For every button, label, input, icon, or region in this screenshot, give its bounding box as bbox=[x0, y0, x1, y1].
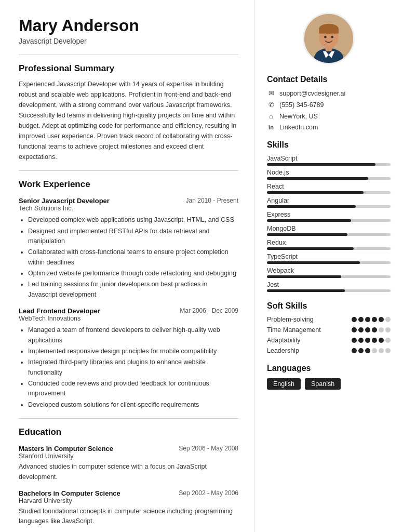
svg-point-7 bbox=[331, 36, 333, 38]
edu-2: Bachelors in Computer Science Sep 2002 -… bbox=[19, 489, 238, 527]
job-1-bullets: Developed complex web applications using… bbox=[19, 215, 238, 300]
contact-phone: ✆ (555) 345-6789 bbox=[267, 101, 391, 109]
dot bbox=[365, 348, 370, 353]
work-experience-section: Work Experience Senior Javascript Develo… bbox=[19, 179, 238, 410]
skill-redux-bar-bg bbox=[267, 247, 391, 250]
dot bbox=[385, 317, 391, 322]
dot bbox=[352, 348, 357, 353]
languages-title: Languages bbox=[267, 364, 391, 373]
skill-webpack-bar-fill bbox=[267, 275, 341, 278]
summary-section: Professional Summary Experienced Javascr… bbox=[19, 63, 238, 162]
person-job-title: Javascript Developer bbox=[19, 37, 238, 45]
skill-jest-bar-bg bbox=[267, 289, 391, 292]
skill-react: React bbox=[267, 183, 391, 194]
dot bbox=[365, 317, 370, 322]
skill-angular-bar-bg bbox=[267, 205, 391, 208]
dot bbox=[358, 348, 364, 353]
linkedin-icon: in bbox=[267, 124, 275, 130]
list-item: Developed complex web applications using… bbox=[28, 215, 238, 225]
lang-english: English bbox=[267, 378, 301, 390]
skill-express-bar-bg bbox=[267, 219, 391, 222]
soft-skill-leadership-dots bbox=[352, 348, 391, 353]
contact-location: ⌂ NewYork, US bbox=[267, 112, 391, 120]
skill-express: Express bbox=[267, 211, 391, 222]
right-column: Contact Details ✉ support@cvdesigner.ai … bbox=[254, 0, 403, 532]
dot bbox=[385, 348, 391, 353]
skill-typescript-bar-bg bbox=[267, 261, 391, 264]
edu-2-desc: Studied foundational concepts in compute… bbox=[19, 507, 238, 527]
dot bbox=[385, 338, 391, 343]
resume-page: Mary Anderson Javascript Developer Profe… bbox=[0, 0, 403, 532]
edu-2-dates: Sep 2002 - May 2006 bbox=[179, 489, 238, 497]
skill-angular-bar-fill bbox=[267, 205, 356, 208]
divider-education bbox=[19, 418, 238, 419]
job-2-company: WebTech Innovations bbox=[19, 315, 238, 322]
job-2-title: Lead Frontend Developer bbox=[19, 307, 100, 315]
skill-javascript: JavaScript bbox=[267, 155, 391, 166]
skill-javascript-name: JavaScript bbox=[267, 155, 391, 162]
skill-nodejs: Node.js bbox=[267, 169, 391, 180]
edu-2-school: Harvard University bbox=[19, 497, 238, 504]
job-1: Senior Javascript Developer Jan 2010 - P… bbox=[19, 197, 238, 300]
contact-linkedin-value: LinkedIn.com bbox=[279, 124, 318, 131]
soft-skill-time-management-dots bbox=[352, 327, 391, 332]
dot bbox=[358, 327, 364, 332]
job-1-header: Senior Javascript Developer Jan 2010 - P… bbox=[19, 197, 238, 205]
soft-skill-problem-solving: Problem-solving bbox=[267, 316, 391, 323]
phone-icon: ✆ bbox=[267, 101, 275, 109]
skill-angular-name: Angular bbox=[267, 197, 391, 204]
contact-email: ✉ support@cvdesigner.ai bbox=[267, 89, 391, 97]
soft-skill-adaptability-dots bbox=[352, 338, 391, 343]
soft-skill-time-management-name: Time Management bbox=[267, 326, 321, 334]
list-item: Led training sessions for junior develop… bbox=[28, 280, 238, 300]
email-icon: ✉ bbox=[267, 89, 275, 97]
dot bbox=[352, 327, 357, 332]
avatar bbox=[303, 12, 355, 64]
list-item: Implemented responsive design principles… bbox=[28, 347, 238, 356]
skill-react-bar-bg bbox=[267, 191, 391, 194]
skill-express-bar-fill bbox=[267, 219, 351, 222]
soft-skill-adaptability: Adaptability bbox=[267, 337, 391, 344]
skill-mongodb: MongoDB bbox=[267, 225, 391, 236]
skill-typescript: TypeScript bbox=[267, 253, 391, 264]
skill-jest: Jest bbox=[267, 281, 391, 292]
soft-skill-time-management: Time Management bbox=[267, 326, 391, 334]
list-item: Developed custom solutions for client-sp… bbox=[28, 400, 238, 410]
edu-1-dates: Sep 2006 - May 2008 bbox=[179, 445, 238, 453]
list-item: Integrated third-party libraries and plu… bbox=[28, 357, 238, 378]
skill-mongodb-bar-fill bbox=[267, 233, 347, 236]
edu-1-header: Masters in Computer Science Sep 2006 - M… bbox=[19, 445, 238, 453]
dot bbox=[379, 317, 384, 322]
dot bbox=[372, 317, 377, 322]
svg-rect-5 bbox=[319, 29, 339, 33]
skill-webpack: Webpack bbox=[267, 267, 391, 278]
edu-2-degree: Bachelors in Computer Science bbox=[19, 489, 120, 497]
education-title: Education bbox=[19, 427, 238, 437]
left-column: Mary Anderson Javascript Developer Profe… bbox=[0, 0, 254, 532]
soft-skill-leadership: Leadership bbox=[267, 347, 391, 354]
contact-section: Contact Details ✉ support@cvdesigner.ai … bbox=[267, 75, 391, 131]
skill-react-bar-fill bbox=[267, 191, 364, 194]
job-1-title: Senior Javascript Developer bbox=[19, 197, 110, 205]
edu-1: Masters in Computer Science Sep 2006 - M… bbox=[19, 445, 238, 482]
languages-section: Languages English Spanish bbox=[267, 364, 391, 390]
job-2-dates: Mar 2006 - Dec 2009 bbox=[180, 307, 238, 314]
dot bbox=[365, 338, 370, 343]
skill-webpack-bar-bg bbox=[267, 275, 391, 278]
job-2-header: Lead Frontend Developer Mar 2006 - Dec 2… bbox=[19, 307, 238, 315]
divider-top bbox=[19, 55, 238, 55]
skills-section: Skills JavaScript Node.js React Angular … bbox=[267, 140, 391, 292]
skill-redux: Redux bbox=[267, 239, 391, 250]
edu-1-desc: Advanced studies in computer science wit… bbox=[19, 462, 238, 482]
list-item: Managed a team of frontend developers to… bbox=[28, 325, 238, 345]
skill-jest-bar-fill bbox=[267, 289, 345, 292]
skill-express-name: Express bbox=[267, 211, 391, 218]
summary-title: Professional Summary bbox=[19, 63, 238, 74]
dot bbox=[365, 327, 370, 332]
edu-1-school: Stanford University bbox=[19, 453, 238, 460]
skill-mongodb-bar-bg bbox=[267, 233, 391, 236]
skill-redux-name: Redux bbox=[267, 239, 391, 246]
dot bbox=[358, 317, 364, 322]
edu-2-header: Bachelors in Computer Science Sep 2002 -… bbox=[19, 489, 238, 497]
education-section: Education Masters in Computer Science Se… bbox=[19, 427, 238, 527]
